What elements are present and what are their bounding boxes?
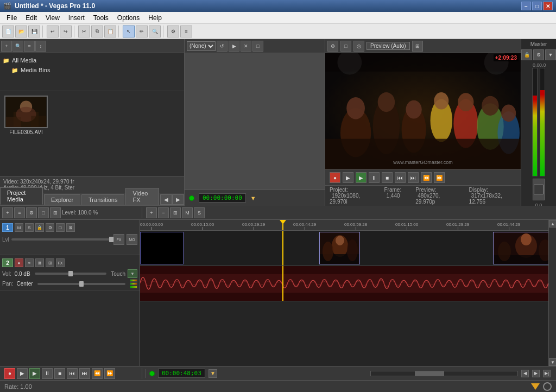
solo-all-btn[interactable]: S bbox=[194, 207, 205, 218]
menu-options[interactable]: Options bbox=[113, 13, 144, 23]
meter-btn-3[interactable]: ▼ bbox=[545, 49, 556, 60]
import-button[interactable]: + bbox=[1, 41, 12, 52]
minimize-button[interactable]: − bbox=[521, 2, 531, 10]
channel-fader[interactable] bbox=[533, 179, 545, 200]
close-button[interactable]: ✕ bbox=[543, 2, 553, 10]
warning-triangle[interactable] bbox=[531, 383, 540, 390]
preview-mode-btn[interactable]: ◎ bbox=[353, 41, 364, 52]
video-collapse-btn[interactable]: □ bbox=[56, 223, 65, 232]
none-dropdown[interactable]: (None) bbox=[187, 41, 216, 51]
video-motion-btn[interactable]: MO bbox=[127, 234, 137, 245]
center-btn-1[interactable]: ↺ bbox=[217, 41, 228, 52]
tab-transitions[interactable]: Transitions bbox=[81, 194, 124, 205]
audio-vol-fader[interactable] bbox=[35, 273, 107, 275]
menu-edit[interactable]: Edit bbox=[21, 13, 41, 23]
audio-lock-btn[interactable]: ⊠ bbox=[35, 258, 44, 267]
preview-btn-1[interactable]: ⚙ bbox=[327, 41, 338, 52]
zoom-in-btn[interactable]: + bbox=[146, 207, 157, 218]
undo-button[interactable]: ↩ bbox=[47, 26, 59, 37]
zoom-tool[interactable]: 🔍 bbox=[149, 26, 161, 37]
add-track-btn[interactable]: + bbox=[2, 207, 13, 218]
preview-rewind-btn[interactable]: ⏪ bbox=[421, 172, 432, 183]
preview-stop-btn[interactable]: ■ bbox=[382, 172, 393, 183]
tree-item-media-bins[interactable]: 📁 Media Bins bbox=[2, 65, 182, 75]
zoom-out-btn[interactable]: − bbox=[158, 207, 169, 218]
preview-ff-btn[interactable]: ⏩ bbox=[434, 172, 445, 183]
track-btn-4[interactable]: □ bbox=[38, 207, 49, 218]
audio-pan-fader[interactable] bbox=[37, 283, 125, 285]
tab-scroll-left[interactable]: ◀ bbox=[160, 194, 172, 205]
play-record-btn[interactable]: ● bbox=[4, 368, 15, 379]
paste-button[interactable]: 📋 bbox=[104, 26, 116, 37]
menu-file[interactable]: File bbox=[2, 13, 21, 23]
video-mute-btn[interactable]: M bbox=[15, 223, 23, 232]
view-button[interactable]: ≡ bbox=[24, 41, 35, 52]
cut-button[interactable]: ✂ bbox=[78, 26, 90, 37]
hscroll-right-btn[interactable]: ▶ bbox=[532, 370, 540, 377]
video-event-fx-btn[interactable]: FX bbox=[113, 234, 124, 245]
prev-btn[interactable]: ⏮ bbox=[67, 368, 78, 379]
media-thumbnail[interactable]: FILE0305.AVI bbox=[4, 96, 48, 135]
scroll-track-v[interactable] bbox=[549, 227, 556, 358]
video-clip-black[interactable] bbox=[140, 232, 184, 264]
new-button[interactable]: 📄 bbox=[2, 26, 14, 37]
meter-btn-1[interactable]: 🔒 bbox=[521, 49, 532, 60]
track-btn-2[interactable]: ≡ bbox=[14, 207, 25, 218]
video-fader-thumb[interactable] bbox=[109, 237, 113, 242]
timecode-marker-btn[interactable]: ▼ bbox=[208, 369, 217, 378]
zoom-fit-btn[interactable]: ⊞ bbox=[170, 207, 181, 218]
audio-env-btn[interactable]: ⊞ bbox=[46, 258, 54, 267]
menu-insert[interactable]: Insert bbox=[64, 13, 89, 23]
menu-help[interactable]: Help bbox=[144, 13, 166, 23]
maximize-button[interactable]: □ bbox=[532, 2, 542, 10]
track-btn-5[interactable]: ⊞ bbox=[50, 207, 61, 218]
tab-video-fx[interactable]: Video FX bbox=[125, 188, 159, 205]
preview-play-loop-btn[interactable]: ▶ bbox=[356, 172, 367, 183]
preview-btn-2[interactable]: □ bbox=[340, 41, 351, 52]
video-lock-btn[interactable]: 🔒 bbox=[35, 223, 44, 232]
preview-record-btn[interactable]: ● bbox=[330, 172, 340, 183]
tab-project-media[interactable]: Project Media bbox=[0, 187, 43, 205]
render-button[interactable]: ⚙ bbox=[167, 26, 179, 37]
edit-tool[interactable]: ✏ bbox=[136, 26, 148, 37]
scroll-up-btn[interactable]: ▲ bbox=[549, 220, 556, 227]
save-button[interactable]: 💾 bbox=[28, 26, 40, 37]
preview-play-btn[interactable]: ▶ bbox=[343, 172, 353, 183]
audio-solo-btn[interactable]: ≈ bbox=[25, 258, 34, 267]
redo-button[interactable]: ↪ bbox=[60, 26, 72, 37]
audio-pan-thumb[interactable] bbox=[79, 281, 84, 287]
video-track-lane[interactable] bbox=[140, 231, 548, 266]
video-clip-2[interactable] bbox=[493, 232, 548, 264]
pause-btn[interactable]: ⏸ bbox=[42, 368, 53, 379]
rw-btn[interactable]: ⏪ bbox=[92, 368, 103, 379]
tree-item-all-media[interactable]: 📁 All Media bbox=[2, 55, 182, 65]
hscroll-left-btn[interactable]: ◀ bbox=[521, 370, 529, 377]
stop-btn[interactable]: ■ bbox=[54, 368, 65, 379]
video-clip-1[interactable] bbox=[319, 232, 360, 264]
tab-scroll-right[interactable]: ▶ bbox=[172, 194, 184, 205]
video-composite-btn[interactable]: ⊠ bbox=[66, 223, 75, 232]
play-btn[interactable]: ▶ bbox=[17, 368, 28, 379]
select-tool[interactable]: ↖ bbox=[123, 26, 135, 37]
audio-fx-btn[interactable]: FX bbox=[56, 258, 65, 267]
preview-mode-dropdown[interactable]: Preview (Auto) bbox=[367, 42, 410, 50]
next-btn[interactable]: ⏭ bbox=[79, 368, 90, 379]
video-level-fader[interactable] bbox=[11, 238, 111, 241]
audio-mute-btn[interactable]: ● bbox=[15, 258, 23, 267]
menu-view[interactable]: View bbox=[41, 13, 64, 23]
video-expand-btn[interactable]: ⚙ bbox=[46, 223, 54, 232]
copy-button[interactable]: ⧉ bbox=[91, 26, 103, 37]
center-btn-2[interactable]: ▶ bbox=[229, 41, 239, 52]
open-button[interactable]: 📂 bbox=[15, 26, 27, 37]
tab-explorer[interactable]: Explorer bbox=[44, 194, 80, 205]
sort-button[interactable]: ↕ bbox=[35, 41, 46, 52]
preview-next-btn[interactable]: ⏭ bbox=[408, 172, 419, 183]
play-sel-btn[interactable]: ▶ bbox=[29, 368, 40, 379]
preview-prev-btn[interactable]: ⏮ bbox=[395, 172, 406, 183]
video-solo-btn[interactable]: S bbox=[25, 223, 34, 232]
preview-grid-btn[interactable]: ⊞ bbox=[412, 41, 423, 52]
ff-btn[interactable]: ⏩ bbox=[104, 368, 115, 379]
menu-tools[interactable]: Tools bbox=[89, 13, 113, 23]
audio-vol-thumb[interactable] bbox=[68, 271, 73, 276]
search-button[interactable]: 🔍 bbox=[12, 41, 23, 52]
